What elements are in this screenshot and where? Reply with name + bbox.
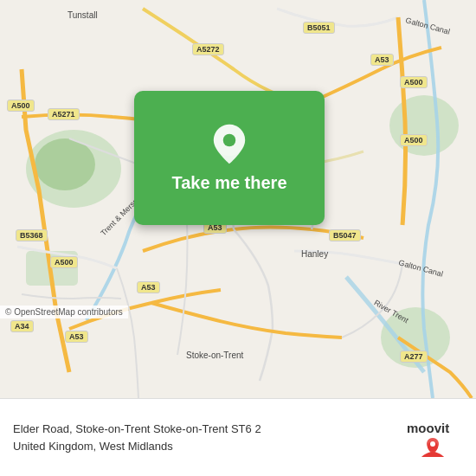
address-line2: United Kingdom, West Midlands bbox=[13, 440, 173, 453]
label-tunstall: Tunstall bbox=[68, 10, 98, 20]
road-badge-a5272: A5272 bbox=[192, 43, 224, 55]
label-stoke: Stoke-on-Trent bbox=[186, 351, 243, 360]
moovit-logo-svg: moovit bbox=[402, 414, 463, 461]
svg-point-3 bbox=[389, 95, 459, 156]
road-badge-a500-e2: A500 bbox=[400, 134, 428, 146]
road-badge-b5368: B5368 bbox=[16, 229, 48, 241]
info-bar: Elder Road, Stoke-on-Trent Stoke-on-Tren… bbox=[0, 398, 476, 476]
svg-text:moovit: moovit bbox=[407, 421, 449, 435]
address-text: Elder Road, Stoke-on-Trent Stoke-on-Tren… bbox=[13, 421, 394, 454]
location-pin-icon bbox=[208, 123, 251, 166]
label-hanley: Hanley bbox=[301, 249, 328, 259]
moovit-logo: moovit bbox=[402, 414, 463, 461]
road-badge-a53-sw: A53 bbox=[65, 331, 88, 343]
road-badge-a277: A277 bbox=[400, 351, 428, 363]
address-line1: Elder Road, Stoke-on-Trent Stoke-on-Tren… bbox=[13, 422, 261, 435]
road-badge-a53-low: A53 bbox=[137, 281, 160, 293]
svg-point-1 bbox=[35, 138, 95, 190]
road-badge-a500-mid: A500 bbox=[50, 256, 78, 268]
road-badge-b5051: B5051 bbox=[303, 22, 335, 34]
map-attribution: © OpenStreetMap contributors bbox=[0, 306, 128, 318]
road-badge-a500-nw: A500 bbox=[7, 100, 35, 112]
road-badge-a34: A34 bbox=[10, 320, 34, 332]
popup-card[interactable]: Take me there bbox=[134, 91, 325, 225]
take-me-there-button[interactable]: Take me there bbox=[171, 173, 286, 193]
road-badge-a53-ne: A53 bbox=[370, 54, 394, 66]
map-container: A500 A5271 A5272 B5051 A53 A500 A500 272… bbox=[0, 0, 476, 398]
address-block: Elder Road, Stoke-on-Trent Stoke-on-Tren… bbox=[13, 421, 402, 454]
road-badge-a500-e1: A500 bbox=[400, 76, 428, 88]
road-badge-a5271: A5271 bbox=[48, 108, 80, 120]
road-badge-b5047: B5047 bbox=[329, 229, 361, 241]
svg-point-9 bbox=[430, 441, 435, 447]
svg-point-6 bbox=[223, 134, 236, 147]
